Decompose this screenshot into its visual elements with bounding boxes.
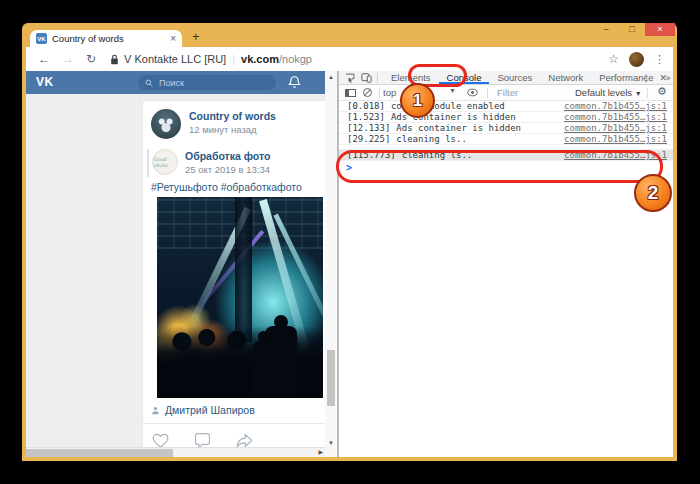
log-source-link[interactable]: common.7b1b455…js:1 <box>564 123 667 134</box>
vk-search-input[interactable] <box>157 77 257 89</box>
new-tab-button[interactable]: + <box>192 29 200 44</box>
devtools-controls: ⋮ ✕ <box>641 71 673 84</box>
step-marker-2: 2 <box>634 174 672 212</box>
tab-network[interactable]: Network <box>540 71 591 84</box>
console-message: [0.018]common module enabled common.7b1b… <box>339 101 673 112</box>
log-time: [29.225] <box>347 134 390 144</box>
chevron-down-icon[interactable]: ▼ <box>449 87 456 94</box>
url-path: /nokgp <box>279 53 312 65</box>
console-message: [1.523]Ads container is hidden common.7b… <box>339 112 673 123</box>
omnibox[interactable]: V Kontakte LLC [RU] | vk.com /nokgp <box>110 53 312 65</box>
reload-icon[interactable]: ↻ <box>86 52 96 66</box>
log-time: [12.133] <box>347 123 390 133</box>
log-text: cleaning ls.. <box>396 134 466 144</box>
vertical-scrollbar[interactable]: ▲ ▼ <box>325 71 337 457</box>
live-expression-eye-icon[interactable] <box>467 88 478 97</box>
log-source-link[interactable]: common.7b1b455…js:1 <box>564 112 667 123</box>
console-sidebar-icon[interactable] <box>345 89 356 97</box>
window-controls: – □ × <box>593 23 675 36</box>
tab-close-icon[interactable]: × <box>170 34 176 44</box>
toolbar-separator <box>487 88 488 98</box>
bookmark-star-icon[interactable]: ☆ <box>608 52 619 66</box>
horizontal-scrollbar-thumb[interactable] <box>26 449 173 457</box>
back-icon[interactable]: ← <box>38 52 50 66</box>
browser-menu-icon[interactable]: ⋮ <box>654 53 665 66</box>
devtools-tabbar: Elements Console Sources Network Perform… <box>339 71 673 85</box>
screenshot-stage: { "browser": { "favicon_text": "VK", "ta… <box>0 0 700 484</box>
post-hashtags[interactable]: #Ретушьфото #обработкафото <box>151 181 302 193</box>
console-message: [29.225]cleaning ls.. common.7b1b455…js:… <box>339 134 673 145</box>
console-filter-input[interactable] <box>495 86 573 99</box>
minimize-button[interactable]: – <box>593 23 619 36</box>
profile-avatar[interactable] <box>629 52 644 67</box>
search-icon <box>145 79 153 87</box>
log-time: [1.523] <box>347 112 385 122</box>
close-window-button[interactable]: × <box>645 23 675 36</box>
vk-favicon: VK <box>36 33 47 44</box>
scroll-right-arrow[interactable]: ▶ <box>318 448 323 457</box>
context-selector[interactable]: top <box>383 87 396 98</box>
toolbar-right: ☆ ⋮ <box>608 52 673 67</box>
log-levels-dropdown[interactable]: Default levels ▼ <box>575 87 642 98</box>
device-toolbar-icon[interactable] <box>361 73 372 83</box>
repost-indicator <box>147 149 149 177</box>
vertical-scrollbar-thumb[interactable] <box>327 350 335 406</box>
tab-title: Country of words <box>52 33 170 44</box>
vk-page: VK Country of words 12 минут назад Good <box>26 71 325 457</box>
browser-toolbar: ← → ↻ V Kontakte LLC [RU] | vk.com /nokg… <box>26 47 673 71</box>
photo-author-link[interactable]: Дмитрий Шапиров <box>165 404 255 416</box>
tab-sources[interactable]: Sources <box>489 71 540 84</box>
devtools-close-icon[interactable]: ✕ <box>659 73 667 83</box>
post-timestamp: 12 минут назад <box>189 124 257 135</box>
group-avatar[interactable] <box>151 109 181 139</box>
log-source-link[interactable]: common.7b1b455…js:1 <box>564 101 667 112</box>
security-chip[interactable]: V Kontakte LLC [RU] <box>124 53 226 65</box>
annotation-box-console-input <box>336 150 663 183</box>
scroll-down-arrow[interactable]: ▼ <box>325 440 337 446</box>
maximize-button[interactable]: □ <box>619 23 645 36</box>
clear-console-icon[interactable] <box>363 88 372 97</box>
chevron-down-icon: ▼ <box>635 90 642 97</box>
repost-date: 25 окт 2019 в 13:34 <box>185 164 270 175</box>
vk-header: VK <box>26 71 325 94</box>
post-card: Country of words 12 минут назад Good pho… <box>142 100 325 454</box>
vk-logo[interactable]: VK <box>36 75 54 89</box>
browser-window: VK Country of words × + – □ × ← → ↻ V Ko… <box>22 23 677 461</box>
devtools-menu-icon[interactable]: ⋮ <box>641 73 650 83</box>
repost-group-link[interactable]: Обработка фото <box>185 150 270 162</box>
photo-crowd-silhouette <box>157 326 323 398</box>
horizontal-scrollbar[interactable]: ▶ <box>26 447 325 457</box>
browser-tab[interactable]: VK Country of words × <box>30 30 182 47</box>
devtools-panel: Elements Console Sources Network Perform… <box>338 71 673 457</box>
url-domain: vk.com <box>241 53 279 65</box>
forward-icon[interactable]: → <box>62 52 74 66</box>
tabbar-separator <box>377 73 378 83</box>
repost-avatar[interactable]: Good photo <box>152 149 178 175</box>
log-text: Ads container is hidden <box>396 123 521 133</box>
inspect-element-icon[interactable] <box>345 73 355 83</box>
photo-author-row: Дмитрий Шапиров <box>151 404 255 416</box>
padlock-icon <box>110 54 119 65</box>
notifications-bell-icon[interactable] <box>288 75 301 89</box>
console-toolbar: top ▼ Default levels ▼ ⚙ <box>339 85 673 101</box>
group-name-link[interactable]: Country of words <box>189 110 276 122</box>
log-levels-label: Default levels <box>575 87 632 98</box>
step-marker-1: 1 <box>400 83 435 118</box>
author-icon <box>151 406 160 415</box>
console-settings-gear-icon[interactable]: ⚙ <box>657 85 667 98</box>
vk-search-field[interactable] <box>138 75 276 90</box>
photo-person-silhouette <box>253 340 275 398</box>
card-divider <box>143 423 325 424</box>
log-time: [0.018] <box>347 101 385 111</box>
toolbar-separator <box>647 88 648 98</box>
log-source-link[interactable]: common.7b1b455…js:1 <box>564 134 667 145</box>
toolbar-separator <box>379 88 380 98</box>
chip-separator: | <box>232 53 235 65</box>
console-message: [12.133]Ads container is hidden common.7… <box>339 123 673 134</box>
post-photo[interactable] <box>157 197 323 398</box>
scroll-up-arrow[interactable]: ▲ <box>325 74 337 80</box>
